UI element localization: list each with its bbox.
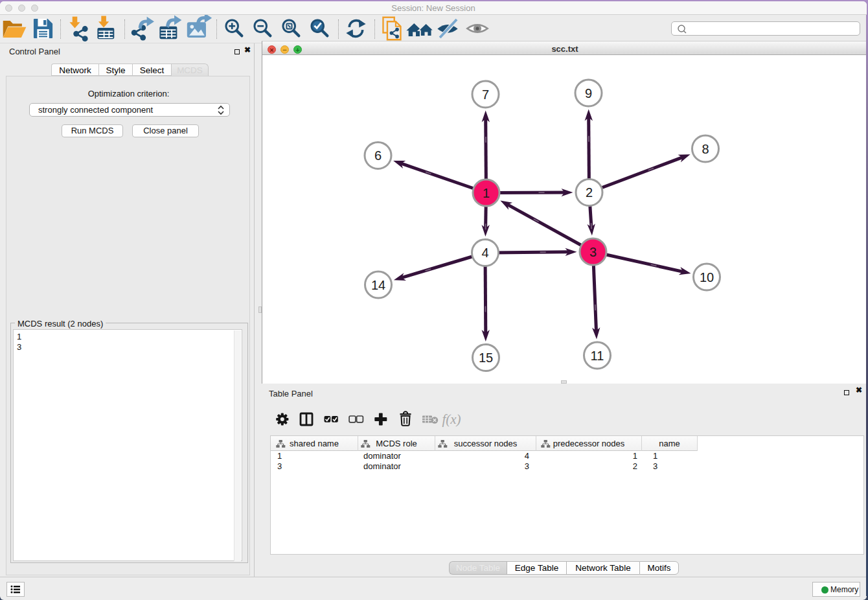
svg-text:1: 1 bbox=[483, 186, 490, 200]
svg-text:6: 6 bbox=[374, 148, 382, 163]
svg-text:10: 10 bbox=[700, 270, 714, 284]
svg-text:f(x): f(x) bbox=[442, 411, 461, 427]
svg-text:14: 14 bbox=[371, 278, 385, 292]
svg-text:15: 15 bbox=[479, 351, 493, 365]
svg-text:7: 7 bbox=[482, 87, 489, 102]
svg-text:3: 3 bbox=[589, 245, 597, 259]
svg-text:2: 2 bbox=[586, 185, 593, 200]
svg-text:9: 9 bbox=[585, 86, 592, 100]
svg-text:4: 4 bbox=[481, 246, 488, 260]
svg-text:8: 8 bbox=[702, 142, 709, 156]
svg-text:11: 11 bbox=[591, 349, 604, 363]
